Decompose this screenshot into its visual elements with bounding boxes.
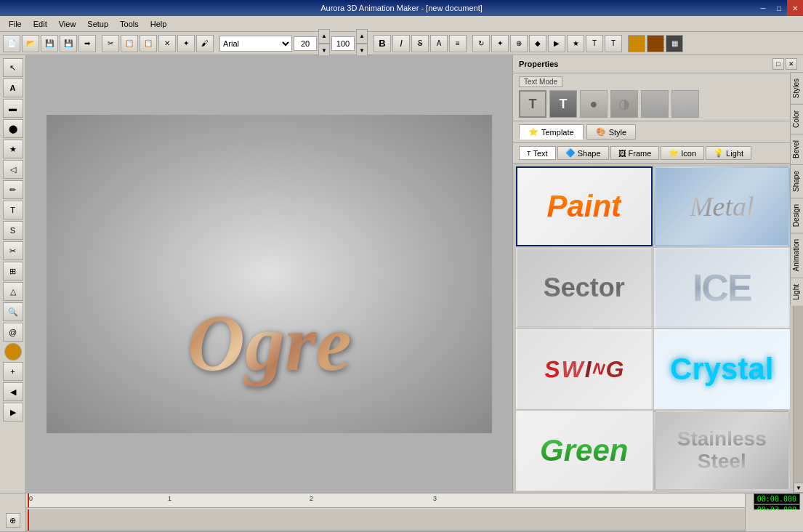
scroll-down[interactable]: ▼ — [794, 483, 803, 493]
delete-button[interactable]: ✕ — [158, 35, 176, 52]
bold-button[interactable]: B — [374, 35, 391, 52]
track-options[interactable]: ⊕ — [6, 513, 20, 528]
right-tab-animation[interactable]: Animation — [791, 233, 803, 277]
text3-button[interactable]: T — [605, 35, 622, 52]
frame-icon: 🖼 — [618, 149, 626, 158]
anim-button[interactable]: ▶ — [548, 35, 565, 52]
effects-button[interactable]: ★ — [567, 35, 584, 52]
nav-next[interactable]: ▶ — [3, 403, 23, 422]
copy-button[interactable]: 📋 — [121, 35, 138, 52]
nav-prev[interactable]: ◀ — [3, 382, 23, 401]
sub-tab-frame[interactable]: 🖼 Frame — [610, 146, 660, 160]
menu-view[interactable]: View — [53, 18, 82, 30]
right-tab-design[interactable]: Design — [791, 198, 803, 233]
right-tab-color[interactable]: Color — [791, 104, 803, 134]
template-swing[interactable]: S W I N G — [516, 329, 653, 409]
style-tool[interactable]: S — [3, 221, 23, 240]
save-as-button[interactable]: 💾 — [60, 35, 77, 52]
save-button[interactable]: 💾 — [41, 35, 58, 52]
rotate-button[interactable]: ↻ — [472, 35, 490, 52]
props-restore[interactable]: □ — [772, 58, 784, 70]
template-ice[interactable]: ICE — [654, 248, 791, 328]
color-btn[interactable] — [4, 343, 22, 360]
maximize-button[interactable]: □ — [771, 0, 787, 16]
pen-tool[interactable]: ✏ — [3, 180, 23, 199]
template-sector[interactable]: Sector — [516, 248, 653, 328]
sub-tab-light[interactable]: 💡 Light — [706, 146, 751, 160]
magic-button[interactable]: ✦ — [177, 35, 195, 52]
paint-button[interactable]: 🖌 — [196, 35, 214, 52]
text-mode-5[interactable]: ○ — [641, 90, 669, 118]
rect-tool[interactable]: ▬ — [3, 99, 23, 118]
tab-style[interactable]: 🎨 Style — [586, 124, 636, 140]
italic-button[interactable]: I — [392, 35, 410, 52]
template-stainless[interactable]: StainlessSteel — [654, 411, 791, 491]
add-tool[interactable]: + — [3, 362, 23, 381]
text-mode-4[interactable]: ◑ — [610, 90, 638, 118]
color1-button[interactable] — [628, 35, 645, 52]
font-size-up[interactable]: ▲ — [318, 29, 330, 44]
template-crystal[interactable]: Crystal — [654, 329, 791, 409]
color2-button[interactable] — [647, 35, 664, 52]
properties-panel: Properties □ ✕ Text Mode T T ● ◑ ○ ⬭ ⭐ T… — [512, 55, 803, 493]
opacity-up[interactable]: ▲ — [356, 29, 368, 44]
sub-tab-icon[interactable]: ⭐ Icon — [661, 146, 704, 160]
text-mode-3[interactable]: ● — [580, 90, 608, 118]
sub-tab-shape[interactable]: 🔷 Shape — [557, 146, 609, 160]
menu-file[interactable]: File — [3, 18, 28, 30]
spiral-tool[interactable]: @ — [3, 323, 23, 342]
tab-template[interactable]: ⭐ Template — [519, 124, 584, 140]
text-tool[interactable]: A — [3, 78, 23, 97]
right-tab-styles[interactable]: Styles — [791, 72, 803, 104]
shapes-button[interactable]: ◆ — [529, 35, 546, 52]
paste-button[interactable]: 📋 — [140, 35, 157, 52]
allcaps-button[interactable]: A — [430, 35, 448, 52]
text-mode-bold[interactable]: T — [549, 90, 577, 118]
font-select[interactable]: Arial — [219, 36, 292, 52]
text2-tool[interactable]: T — [3, 201, 23, 219]
timeline-track[interactable] — [26, 509, 745, 531]
close-button[interactable]: ✕ — [787, 0, 803, 16]
text-options-button[interactable]: ≡ — [449, 35, 467, 52]
sub-tab-text[interactable]: T Text — [519, 146, 556, 160]
arrow-tool[interactable]: ◁ — [3, 160, 23, 179]
right-tab-light[interactable]: Light — [791, 278, 803, 306]
text-mode-6[interactable]: ⬭ — [671, 90, 699, 118]
template-ice-text: ICE — [693, 266, 751, 310]
minimize-button[interactable]: ─ — [755, 0, 771, 16]
menu-setup[interactable]: Setup — [81, 18, 114, 30]
right-tab-shape[interactable]: Shape — [791, 164, 803, 198]
menu-edit[interactable]: Edit — [28, 18, 53, 30]
canvas-area[interactable]: Ogre — [26, 55, 512, 493]
template-green[interactable]: Green — [516, 411, 653, 491]
magic2-tool[interactable]: △ — [3, 282, 23, 301]
ellipse-tool[interactable]: ⬤ — [3, 119, 23, 138]
font-size-input[interactable] — [294, 36, 317, 51]
menu-help[interactable]: Help — [145, 18, 173, 30]
node-tool[interactable]: ⊞ — [3, 262, 23, 281]
opacity-input[interactable] — [331, 36, 355, 51]
right-tab-bevel[interactable]: Bevel — [791, 134, 803, 164]
star-tool[interactable]: ★ — [3, 140, 23, 158]
template-crystal-text: Crystal — [670, 352, 773, 387]
select-tool[interactable]: ↖ — [3, 58, 23, 77]
track-playhead — [28, 509, 29, 531]
text-mode-normal[interactable]: T — [519, 90, 546, 118]
template-sector-text: Sector — [544, 273, 625, 303]
zoom-tool[interactable]: 🔍 — [3, 302, 23, 321]
ruler-label-3: 3 — [433, 495, 437, 502]
menu-tools[interactable]: Tools — [114, 18, 145, 30]
cut-button[interactable]: ✂ — [102, 35, 119, 52]
export-button[interactable]: ➡ — [78, 35, 96, 52]
open-button[interactable]: 📂 — [22, 35, 39, 52]
scissors-tool[interactable]: ✂ — [3, 241, 23, 260]
strikethrough-button[interactable]: S — [411, 35, 429, 52]
template-metal[interactable]: Metal — [654, 166, 791, 246]
color3-button[interactable]: ▦ — [666, 35, 683, 52]
props-close[interactable]: ✕ — [786, 58, 797, 70]
new-button[interactable]: 📄 — [3, 35, 20, 52]
template-paint[interactable]: Paint — [516, 166, 653, 246]
move-button[interactable]: ✦ — [491, 35, 509, 52]
text2-button[interactable]: T — [586, 35, 603, 52]
add-obj-button[interactable]: ⊕ — [510, 35, 528, 52]
